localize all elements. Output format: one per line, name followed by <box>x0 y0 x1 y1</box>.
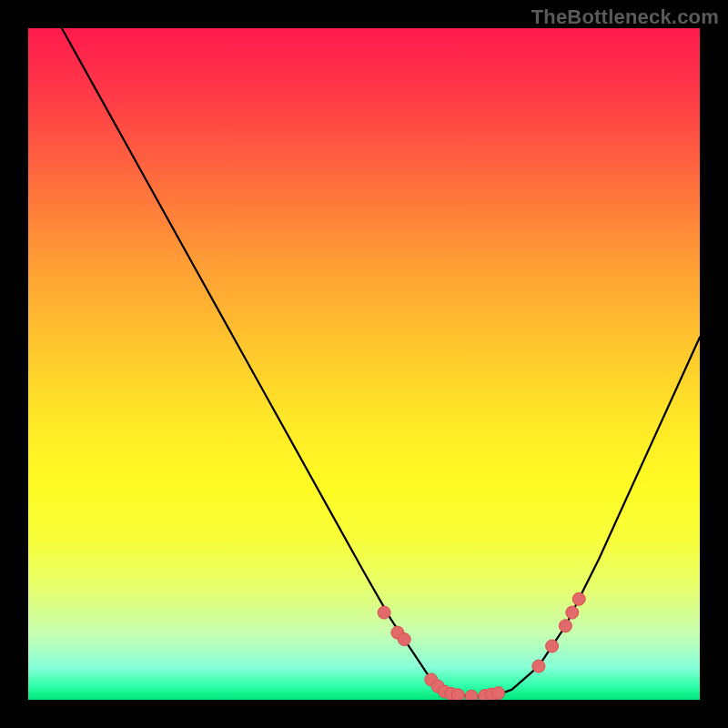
chart-frame: TheBottleneck.com <box>0 0 728 728</box>
plot-area <box>28 28 700 700</box>
bottleneck-curve <box>62 28 700 696</box>
data-point <box>465 690 478 700</box>
data-point <box>451 689 464 700</box>
data-point <box>546 640 559 652</box>
data-point <box>492 687 505 700</box>
data-point <box>566 606 579 619</box>
data-point <box>572 592 585 605</box>
data-point <box>398 633 410 646</box>
watermark-text: TheBottleneck.com <box>531 5 719 29</box>
data-point <box>378 606 390 619</box>
data-point <box>559 620 571 632</box>
data-point <box>532 660 545 672</box>
curve-layer <box>28 28 700 700</box>
